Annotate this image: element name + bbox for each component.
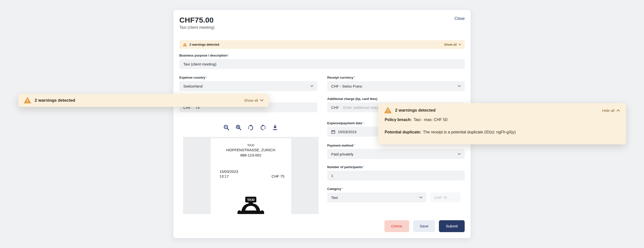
popover-header: 2 warnings detected Hide all [384,107,620,114]
popover-warning-text: 2 warnings detected [395,108,436,113]
zoom-in-icon [235,124,242,131]
close-button[interactable]: Close [454,16,465,21]
category-label: Category* [327,187,342,191]
chevron-down-icon [310,85,313,87]
required-mark: * [206,76,207,79]
business-purpose-label: Business purpose / description* [179,54,229,57]
payment-method-select[interactable]: Paid privately [327,149,465,159]
required-mark: * [362,121,364,125]
warning-item-potential-duplicate: Potential duplicate:The receipt is a pot… [385,129,620,135]
receipt-image: TAXI HOPFENSTRASSE, ZURICH 888-123-002 1… [210,138,291,214]
chevron-down-icon [419,196,422,198]
warning-icon [183,43,187,47]
participants-input[interactable]: 1 [327,171,465,180]
expense-date-label: Expense/payment date* [327,121,364,125]
footer-actions: Delete Save Submit [384,220,465,232]
delete-button[interactable]: Delete [384,220,409,232]
banner-show-all-button[interactable]: Show all [444,43,461,46]
required-mark: * [228,54,229,57]
payment-method-label: Payment method* [327,144,355,147]
receipt-merchant: TAXI [210,143,291,147]
receipt-currency-label: Receipt currency* [327,76,355,79]
popover-warning-text: 2 warnings detected [35,98,75,103]
rotate-clockwise-button[interactable] [260,124,266,131]
svg-text:TAXI: TAXI [247,198,255,202]
warning-icon [24,97,31,104]
additional-charge-label: Additional charge (tip, card fees) [327,97,377,101]
receipt-currency-value: CHF - Swiss Franc [331,84,362,88]
banner-warning-text: 2 warnings detected [190,43,219,46]
taxi-icon: TAXI [234,197,268,214]
download-icon [272,124,278,131]
submit-button[interactable]: Submit [439,220,465,232]
chevron-down-icon [458,44,461,45]
required-mark: * [354,76,355,79]
business-purpose-input[interactable]: Taxi (client meeting) [179,59,465,69]
download-button[interactable] [272,124,279,131]
receipt-date: 15/03/2023 [220,169,238,174]
category-amount-hint: CHF 75 [430,193,461,202]
expense-date-value: 15/03/2023 [338,130,356,134]
required-mark: * [341,187,342,191]
payment-method-value: Paid privately [331,152,354,156]
receipt-viewer-toolbar [183,124,318,131]
warnings-popover-collapsed: 2 warnings detected Show all [18,94,269,107]
chevron-up-icon [616,109,620,112]
chevron-down-icon [458,85,461,87]
receipt-number: 888-123-002 [210,153,291,157]
save-button[interactable]: Save [413,220,435,232]
page-background: CHF75.00 Taxi (client meeting) Close 2 w… [0,0,644,248]
warnings-banner: 2 warnings detected Show all [179,40,465,49]
chevron-down-icon [260,99,264,101]
zoom-out-icon [223,124,230,131]
expense-country-select[interactable]: Switzerland [179,81,317,91]
zoom-in-button[interactable] [235,124,242,131]
expense-country-value: Switzerland [183,84,202,88]
popover-show-all-button[interactable]: Show all [244,98,264,102]
participants-value: 1 [331,174,333,178]
required-mark: * [354,144,355,147]
receipt-currency-select[interactable]: CHF - Swiss Franc [327,81,465,91]
category-value: Taxi [331,195,338,200]
rotate-counterclockwise-button[interactable] [248,124,254,131]
popover-show-all-label: Show all [244,98,258,102]
currency-prefix: CHF [331,105,339,110]
popover-hide-all-label: Hide all [602,108,614,113]
receipt-time: 13:17 [220,174,229,178]
zoom-out-button[interactable] [223,124,230,131]
receipt-address: HOPFENSTRASSE, ZURICH [210,148,291,152]
warning-item-policy-breach: Policy breach:Taxi - max: CHF 50 [385,117,620,123]
business-purpose-value: Taxi (client meeting) [183,62,216,66]
required-mark: * [362,165,364,169]
rotate-clockwise-icon [260,124,266,131]
category-select[interactable]: Taxi [327,192,426,202]
chevron-down-icon [458,153,461,155]
expense-country-label: Expense country* [179,76,207,79]
rotate-counterclockwise-icon [248,124,254,131]
warning-icon [384,107,392,114]
additional-charge-placeholder: Enter additional charge [343,105,382,110]
popover-hide-all-button[interactable]: Hide all [602,108,620,113]
page-title: CHF75.00 [179,16,214,24]
receipt-amount: CHF 75 [272,174,284,178]
participants-label: Number of participants* [327,165,364,169]
warnings-popover-expanded: 2 warnings detected Hide all Policy brea… [378,103,626,144]
banner-show-all-label: Show all [444,43,457,46]
receipt-viewer: TAXI HOPFENSTRASSE, ZURICH 888-123-002 1… [183,137,318,214]
calendar-icon [331,130,336,134]
modal-subtitle: Taxi (client meeting) [179,25,214,30]
